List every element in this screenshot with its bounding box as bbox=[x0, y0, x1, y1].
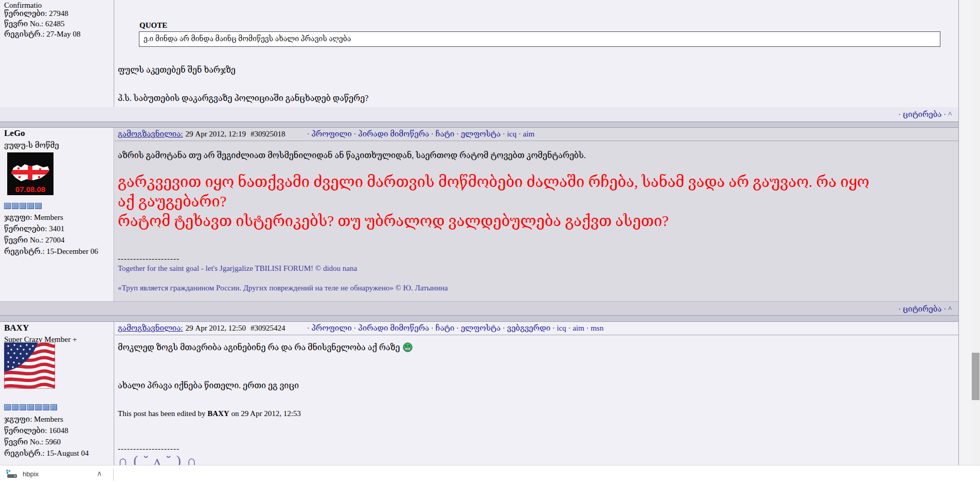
signature-line: «Труп является гражданином России. Други… bbox=[118, 284, 448, 292]
post-toolbar: · პროფილი · პირადი მიმოწერა · ჩატი · ელფ… bbox=[307, 130, 534, 138]
post-content: QUOTE ე.ი მინდა არ მინდა მაინც მომიწევს … bbox=[115, 0, 959, 122]
divider bbox=[113, 468, 114, 481]
post-content: გამოგზავნილია:29 Apr 2012, 12:50#3092542… bbox=[115, 322, 959, 465]
edited-by-user: BAXY bbox=[207, 409, 229, 418]
user-rating bbox=[4, 203, 43, 210]
green-grin-smiley-icon bbox=[403, 342, 413, 354]
user-stat-row: წერილები: 3401 bbox=[4, 223, 98, 234]
signature-ascii-art: ∩ ( ˘ ʌ ˘ ) ∩ bbox=[118, 453, 198, 465]
forum-thread: Confirmatio წერილები: 27948 წევრი No.: 6… bbox=[0, 0, 959, 465]
post-text-line: აზრის გამოტანა თუ არ შეგიძლიათ მოსმენილი… bbox=[118, 150, 586, 160]
user-stats: წერილები: 27948 წევრი No.: 62485 რეგისტრ… bbox=[4, 8, 81, 39]
rating-pip bbox=[20, 404, 26, 410]
chevron-up-icon[interactable]: ∧ bbox=[97, 469, 102, 477]
post-red-text: გარკვევით იყო ნათქვამი ძველი მართვის მოწ… bbox=[118, 172, 869, 231]
forum-post: გამოგზავნილია:29 Apr 2012, 12:19#3092501… bbox=[0, 128, 959, 315]
file-icon bbox=[6, 470, 17, 479]
user-stat-row: წერილები: 16048 bbox=[4, 425, 88, 436]
user-stats: ჯგუფი: Members წერილები: 16048 წევრი No.… bbox=[4, 413, 88, 459]
rating-pip bbox=[50, 404, 57, 410]
posted-date-link[interactable]: გამოგზავნილია: bbox=[118, 324, 183, 332]
post-separator bbox=[0, 315, 959, 322]
rating-pip bbox=[12, 404, 19, 410]
quote-button[interactable]: ციტირება bbox=[903, 305, 942, 313]
post-toolbar-link[interactable]: icq bbox=[557, 324, 566, 332]
post-text-line: ფულს აკეთებენ შენ ხარჯზე bbox=[118, 65, 236, 75]
posted-date-link[interactable]: გამოგზავნილია: bbox=[118, 130, 183, 138]
post-toolbar-link[interactable]: ვებგვერდი bbox=[507, 324, 550, 332]
rating-pip bbox=[43, 404, 49, 410]
back-to-top-link[interactable]: ^ bbox=[948, 305, 952, 313]
post-toolbar-link[interactable]: aim bbox=[523, 130, 534, 138]
post-content: გამოგზავნილია:29 Apr 2012, 12:19#3092501… bbox=[115, 128, 959, 301]
post-datetime: 29 Apr 2012, 12:19 bbox=[186, 130, 246, 138]
post-toolbar-link[interactable]: ელფოსტა bbox=[461, 130, 501, 138]
user-stat-row: წევრი No.: 62485 bbox=[4, 19, 81, 29]
post-text-line: პ.ს. საბუთების დაკარგვაზე პოლიციაში განც… bbox=[118, 93, 368, 103]
georgia-flag-avatar: 07.08.08 bbox=[7, 152, 54, 195]
user-stat-row: რეგისტრ.: 15-August 04 bbox=[4, 447, 88, 459]
browser-page: Confirmatio წერილები: 27948 წევრი No.: 6… bbox=[0, 0, 980, 483]
user-stat-row: რეგისტრ.: 15-December 06 bbox=[4, 246, 98, 257]
rating-pip bbox=[27, 203, 34, 209]
post-toolbar: · პროფილი · პირადი მიმოწერა · ჩატი · ელფ… bbox=[307, 324, 604, 332]
rating-pip bbox=[4, 404, 11, 410]
download-file-name: hbpix bbox=[23, 470, 39, 478]
rating-pip bbox=[12, 203, 19, 209]
post-text-line: მოკლედ ზოგს მთავრიბა აგინებინე რა და რა … bbox=[118, 342, 413, 354]
forum-post: Confirmatio წერილები: 27948 წევრი No.: 6… bbox=[0, 0, 959, 122]
post-id: #30925424 bbox=[251, 324, 286, 332]
rating-pip bbox=[20, 203, 26, 209]
post-toolbar-link[interactable]: პირადი მიმოწერა bbox=[358, 324, 429, 332]
username: BAXY bbox=[4, 323, 29, 333]
user-info-panel: BAXY Super Crazy Member + bbox=[0, 322, 114, 465]
post-toolbar-link[interactable]: პირადი მიმოწერა bbox=[358, 130, 429, 138]
user-info-panel: Confirmatio წერილები: 27948 წევრი No.: 6… bbox=[0, 0, 114, 122]
post-toolbar-link[interactable]: ჩატი bbox=[436, 324, 455, 332]
user-info-panel: LeGo ვუდუ-ს მოწმე bbox=[0, 128, 114, 315]
user-rating bbox=[4, 404, 58, 411]
red-text-line: რატომ ტეხავთ ისტერიკებს? თუ უბრალოდ ვალდ… bbox=[118, 211, 869, 231]
page-margin bbox=[959, 0, 971, 465]
signature-separator: -------------------- bbox=[118, 444, 180, 453]
download-bar: hbpix ∧ Show all × bbox=[0, 465, 980, 483]
red-text-line: აქ გაუგებარი? bbox=[118, 192, 869, 211]
download-item[interactable]: hbpix ∧ bbox=[0, 465, 113, 483]
post-footer: · ციტირება · ^ bbox=[0, 301, 959, 315]
post-id: #30925018 bbox=[251, 130, 286, 138]
post-header: გამოგზავნილია:29 Apr 2012, 12:50#3092542… bbox=[115, 322, 959, 335]
post-footer-links: · ციტირება · ^ bbox=[898, 110, 952, 119]
rating-pip bbox=[4, 203, 11, 209]
user-stats: ჯგუფი: Members წერილები: 3401 წევრი No.:… bbox=[4, 212, 98, 257]
rating-pip bbox=[27, 404, 34, 410]
red-text-line: გარკვევით იყო ნათქვამი ძველი მართვის მოწ… bbox=[118, 172, 869, 192]
quote-button[interactable]: ციტირება bbox=[903, 110, 942, 118]
user-stat-row: რეგისტრ.: 27-May 08 bbox=[4, 29, 81, 39]
signature-separator: -------------------- bbox=[118, 254, 180, 263]
user-stat-row: ჯგუფი: Members bbox=[4, 212, 98, 223]
post-toolbar-link[interactable]: პროფილი bbox=[311, 324, 351, 332]
post-toolbar-link[interactable]: aim bbox=[573, 324, 584, 332]
post-toolbar-link[interactable]: msn bbox=[591, 324, 603, 332]
back-to-top-link[interactable]: ^ bbox=[948, 110, 952, 118]
post-toolbar-link[interactable]: icq bbox=[507, 130, 516, 138]
rating-pip bbox=[35, 203, 42, 209]
post-footer-links: · ციტირება · ^ bbox=[898, 304, 952, 314]
post-toolbar-link[interactable]: ელფოსტა bbox=[461, 324, 501, 332]
rating-pip bbox=[35, 404, 42, 410]
user-avatar: 07.08.08 bbox=[7, 152, 54, 195]
avatar-caption: 07.08.08 bbox=[15, 185, 45, 194]
user-stat-row: ჯგუფი: Members bbox=[4, 413, 88, 425]
usa-flag-avatar bbox=[4, 342, 55, 389]
user-avatar bbox=[4, 342, 55, 389]
post-toolbar-link[interactable]: პროფილი bbox=[311, 130, 351, 138]
post-footer: · ციტირება · ^ bbox=[0, 107, 959, 122]
signature-line: Together for the saint goal - let's Jgar… bbox=[118, 264, 357, 273]
username: LeGo bbox=[4, 128, 25, 139]
quote-block: ე.ი მინდა არ მინდა მაინც მომიწევს ახალი … bbox=[139, 31, 940, 47]
scrollbar-thumb[interactable] bbox=[972, 353, 979, 400]
post-text-line: ახალი პრავა იქნება წითელი. ერთი ეგ ვიცი bbox=[118, 381, 299, 390]
vertical-scrollbar[interactable] bbox=[971, 0, 980, 465]
post-toolbar-link[interactable]: ჩატი bbox=[436, 130, 455, 138]
post-separator bbox=[0, 122, 959, 128]
